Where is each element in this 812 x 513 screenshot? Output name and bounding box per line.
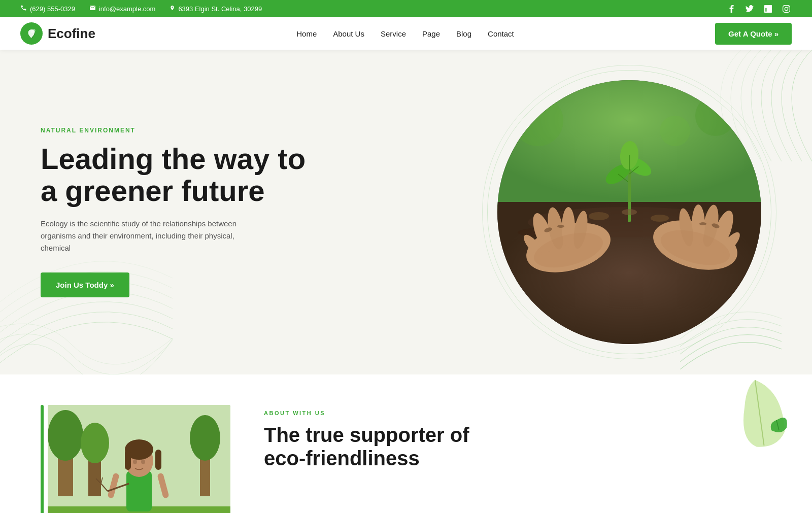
- phone-item: (629) 555-0329: [20, 5, 75, 13]
- logo: Ecofine: [20, 22, 95, 45]
- email-item: info@example.com: [89, 5, 155, 13]
- svg-point-43: [190, 415, 220, 461]
- svg-point-31: [589, 212, 609, 220]
- address-text: 6393 Elgin St. Celina, 30299: [178, 5, 262, 13]
- location-icon: [170, 5, 175, 13]
- about-image: [48, 405, 230, 513]
- nav-service[interactable]: Service: [381, 29, 406, 38]
- linkedin-icon[interactable]: [762, 3, 773, 14]
- header: Ecofine Home About Us Service Page Blog …: [0, 17, 812, 50]
- hero-content: Natural Environment Leading the way to a…: [0, 50, 447, 374]
- email-text: info@example.com: [99, 5, 155, 13]
- about-title: The true supporter of eco-friendliness: [264, 423, 771, 470]
- nav-blog[interactable]: Blog: [456, 29, 471, 38]
- svg-point-41: [81, 423, 109, 463]
- svg-point-32: [651, 215, 669, 222]
- phone-text: (629) 555-0329: [30, 5, 75, 13]
- main-nav: Home About Us Service Page Blog Contact: [296, 29, 514, 38]
- hero-title-line1: Leading the way to: [41, 142, 306, 175]
- svg-point-36: [660, 116, 690, 146]
- social-links: [726, 3, 792, 14]
- svg-point-50: [133, 459, 137, 464]
- svg-point-35: [695, 95, 736, 136]
- nav-home[interactable]: Home: [296, 29, 317, 38]
- svg-point-21: [557, 225, 564, 228]
- twitter-icon[interactable]: [744, 3, 755, 14]
- about-title-line1: The true supporter of: [264, 424, 469, 446]
- email-icon: [89, 5, 96, 13]
- svg-point-51: [141, 459, 145, 464]
- svg-point-33: [622, 209, 637, 215]
- top-bar-contact: (629) 555-0329 info@example.com 6393 Elg…: [20, 5, 262, 13]
- svg-point-34: [513, 95, 563, 146]
- bottom-arc-decoration: [680, 309, 782, 369]
- about-green-bar: [41, 405, 44, 513]
- hero-image-area: [447, 50, 812, 374]
- hero-title-line2: a greener future: [41, 174, 265, 207]
- get-quote-button[interactable]: Get A Quote »: [715, 23, 792, 45]
- hero-tag: Natural Environment: [41, 127, 416, 134]
- hero-image: [497, 80, 761, 344]
- logo-icon: [20, 22, 43, 45]
- svg-rect-49: [155, 450, 161, 470]
- about-section: About With Us The true supporter of eco-…: [0, 374, 812, 513]
- svg-point-39: [48, 410, 83, 461]
- svg-point-30: [699, 222, 706, 225]
- about-content: About With Us The true supporter of eco-…: [264, 405, 771, 470]
- nav-contact[interactable]: Contact: [488, 29, 514, 38]
- svg-line-59: [776, 420, 779, 430]
- svg-rect-48: [125, 450, 131, 470]
- nav-about[interactable]: About Us: [333, 29, 364, 38]
- address-item: 6393 Elgin St. Celina, 30299: [170, 5, 262, 13]
- about-tag: About With Us: [264, 410, 771, 416]
- hero-title: Leading the way to a greener future: [41, 143, 416, 207]
- logo-text: Ecofine: [48, 26, 95, 42]
- top-bar: (629) 555-0329 info@example.com 6393 Elg…: [0, 0, 812, 17]
- instagram-icon[interactable]: [781, 3, 792, 14]
- nav-page[interactable]: Page: [422, 29, 440, 38]
- phone-icon: [20, 5, 27, 13]
- join-button[interactable]: Join Us Toddy »: [41, 272, 129, 297]
- hero-description: Ecology is the scientific study of the r…: [41, 218, 254, 254]
- facebook-icon[interactable]: [726, 3, 737, 14]
- about-image-column: [41, 405, 233, 513]
- hero-section: Natural Environment Leading the way to a…: [0, 50, 812, 374]
- about-title-line2: eco-friendliness: [264, 447, 420, 469]
